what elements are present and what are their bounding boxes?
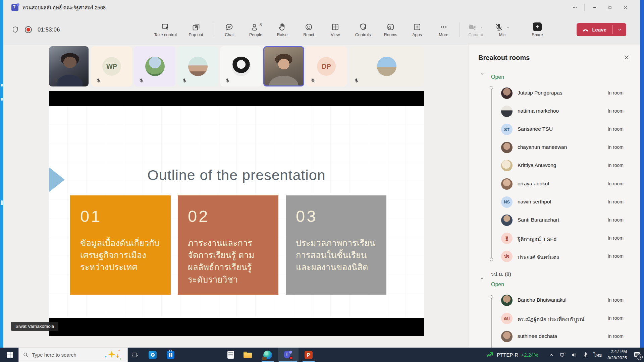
breakout-member-row[interactable]: ดปดร.ณัฏฐ์ดนัย ประเทืองบริบูรณ์In room — [469, 313, 640, 324]
view-button[interactable]: View — [322, 15, 348, 45]
member-avatar: ฐิ — [501, 233, 513, 244]
minimize-button[interactable] — [587, 0, 602, 15]
topic-text: ข้อมูลเบื้องต้นเกี่ยวกับเศรษฐกิจการเมือง… — [80, 237, 161, 274]
presenter-name-label: Siwat Varnakomola — [11, 322, 58, 331]
participant-tile[interactable] — [134, 46, 175, 86]
breakout-member-row[interactable]: STSansanee TSUIn room — [469, 124, 640, 135]
breakout-member-row[interactable]: ฐิฐิติกาญจน์_LSEdIn room — [469, 233, 640, 244]
taskbar-powerpoint-icon[interactable]: P — [301, 348, 316, 362]
taskbar-outlook-icon[interactable] — [145, 348, 160, 362]
participant-tile[interactable] — [220, 46, 262, 86]
slide-topic-box-01: 01ข้อมูลเบื้องต้นเกี่ยวกับเศรษฐกิจการเมื… — [70, 195, 171, 295]
more-button[interactable]: More — [430, 15, 457, 45]
participant-tile-wp[interactable]: WP — [91, 46, 132, 86]
member-avatar: ปจ — [501, 251, 513, 262]
member-room-status: In room — [608, 235, 624, 241]
chevron-down-icon[interactable] — [506, 25, 510, 29]
task-view-button[interactable] — [127, 348, 142, 362]
share-label: Share — [532, 33, 543, 37]
controls-button[interactable]: Controls — [348, 15, 377, 45]
participant-tile-dp[interactable]: DP — [306, 46, 347, 86]
window-title: ทวนสอบผลสัมฤทธิ์ คณะรัฐศาสตร์ 2568 — [22, 4, 106, 11]
breakout-member-row[interactable]: nattima markchooIn room — [469, 106, 640, 117]
close-button[interactable] — [618, 0, 633, 15]
breakout-member-row[interactable]: NSnawin serthpolIn room — [469, 196, 640, 208]
group-collapse-chevron-icon[interactable] — [480, 71, 485, 76]
take-control-button[interactable]: Take control — [149, 15, 181, 45]
leave-button[interactable]: Leave — [577, 23, 626, 36]
mic-button[interactable]: Mic — [489, 15, 516, 45]
breakout-member-row[interactable]: Krittiya AnuwongIn room — [469, 160, 640, 171]
member-avatar — [501, 106, 513, 117]
participant-video-tile[interactable] — [49, 46, 89, 86]
breakout-member-row[interactable]: Bancha BhutwanakulIn room — [469, 295, 640, 306]
member-room-status: In room — [608, 199, 624, 204]
controls-icon — [359, 22, 368, 32]
pop-out-button[interactable]: Pop out — [181, 15, 210, 45]
taskbar-file-explorer-icon[interactable] — [240, 348, 255, 362]
people-icon — [250, 22, 259, 32]
member-room-status: In room — [608, 163, 624, 168]
breakout-member-row[interactable]: orraya anukulIn room — [469, 178, 640, 190]
more-icon — [439, 22, 448, 32]
taskbar-teams-icon[interactable]: T — [278, 348, 299, 362]
network-icon[interactable] — [559, 351, 567, 358]
room-group-name[interactable]: รป.บ. (8) — [491, 270, 511, 278]
breakout-member-row[interactable]: ปจประยงค์ จันทร์แดงIn room — [469, 251, 640, 262]
panel-close-button[interactable] — [623, 54, 631, 62]
slide-topic-box-03: 03ประมวลภาพการเรียนการสอนในชั้นเรียนและผ… — [286, 195, 386, 295]
chat-icon — [225, 22, 234, 32]
camera-icon — [468, 22, 477, 32]
member-room-status: In room — [608, 253, 624, 259]
taskbar-search-box[interactable]: Type here to search — [18, 348, 128, 362]
participant-video-tile[interactable] — [263, 46, 304, 86]
volume-icon[interactable] — [571, 351, 578, 358]
raise-button[interactable]: Raise — [269, 15, 296, 45]
close-icon — [623, 54, 630, 61]
breakout-member-row[interactable]: chayanun maneewanIn room — [469, 142, 640, 153]
react-button[interactable]: React — [296, 15, 322, 45]
start-button[interactable] — [3, 348, 17, 362]
window-more-options-button[interactable] — [567, 0, 582, 15]
breakout-member-row[interactable]: suthinee dechataIn room — [469, 331, 640, 342]
member-name: suthinee dechata — [518, 333, 557, 339]
member-room-status: In room — [608, 297, 624, 303]
group-collapse-chevron-icon[interactable] — [480, 276, 485, 281]
apps-icon — [413, 22, 422, 32]
microphone-tray-icon[interactable] — [582, 351, 589, 358]
taskbar-edge-icon[interactable] — [260, 348, 275, 362]
slide-topic-box-02: 02ภาระงานและการจัดการเรียนรู้ ตามผลลัพธ์… — [178, 195, 278, 295]
clock-time: 2:47 PM — [607, 349, 627, 355]
member-name: nattima markchoo — [518, 108, 559, 114]
action-center-button[interactable]: 3 — [631, 348, 643, 362]
apps-button[interactable]: Apps — [404, 15, 430, 45]
pop-out-icon — [192, 22, 201, 32]
breakout-member-row[interactable]: Santi BuranachartIn room — [469, 215, 640, 226]
controls-label: Controls — [355, 33, 371, 37]
tray-overflow-chevron[interactable] — [548, 351, 555, 358]
rooms-button[interactable]: Rooms — [377, 15, 404, 45]
topic-text: ภาระงานและการจัดการเรียนรู้ ตามผลลัพธ์กา… — [188, 237, 269, 286]
participant-tile[interactable] — [177, 46, 218, 86]
take-control-icon — [161, 22, 170, 32]
apps-label: Apps — [412, 33, 422, 37]
taskbar-clock[interactable]: 2:47 PM 8/28/2025 — [607, 349, 627, 361]
view-icon — [331, 22, 340, 32]
member-room-status: In room — [608, 108, 624, 114]
mic-muted-icon — [225, 78, 230, 83]
breakout-member-row[interactable]: Jutatip PongprapasIn room — [469, 87, 640, 99]
chevron-down-icon[interactable] — [479, 25, 484, 29]
participant-tile[interactable] — [350, 46, 424, 86]
mic-label: Mic — [499, 33, 505, 37]
taskbar-store-icon[interactable] — [163, 348, 178, 362]
share-button[interactable]: Share — [525, 15, 550, 45]
leave-options-button[interactable] — [613, 23, 626, 36]
chat-button[interactable]: Chat — [216, 15, 243, 45]
taskbar-stock-widget[interactable]: PTTEP-R +2.24% — [486, 351, 538, 359]
input-language-indicator[interactable]: ไทย — [594, 351, 602, 359]
maximize-button[interactable] — [602, 0, 618, 15]
breakout-rooms-panel: Breakout rooms OpenJutatip PongprapasIn … — [469, 45, 640, 348]
camera-button[interactable]: Camera — [463, 15, 489, 45]
taskbar-document-app-icon[interactable] — [223, 348, 238, 362]
people-button[interactable]: 8People — [243, 15, 269, 45]
